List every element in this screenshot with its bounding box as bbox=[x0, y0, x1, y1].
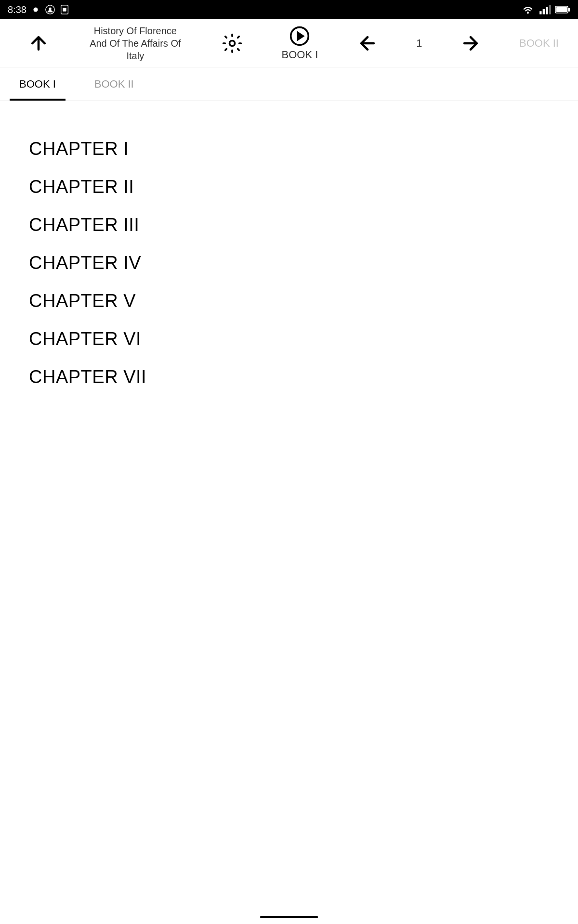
home-indicator bbox=[260, 916, 318, 918]
page-number: 1 bbox=[416, 37, 422, 50]
svg-marker-15 bbox=[298, 32, 303, 39]
status-bar-left: 8:38 bbox=[8, 4, 70, 15]
nav-center: BOOK I bbox=[280, 26, 319, 61]
signal-icon bbox=[539, 4, 551, 15]
svg-rect-4 bbox=[63, 8, 66, 11]
chapter-item-2[interactable]: CHAPTER II bbox=[29, 168, 578, 206]
gear-icon bbox=[222, 33, 243, 54]
chapter-item-4[interactable]: CHAPTER IV bbox=[29, 244, 578, 282]
tab-book-i[interactable]: BOOK I bbox=[0, 67, 75, 101]
book-title: History Of Florence And Of The Affairs O… bbox=[87, 25, 184, 62]
current-book-label: BOOK I bbox=[282, 49, 318, 61]
svg-rect-11 bbox=[568, 8, 570, 12]
back-button[interactable] bbox=[348, 33, 387, 54]
chapter-item-3[interactable]: CHAPTER III bbox=[29, 206, 578, 244]
book-ii-partial: BOOK II bbox=[519, 37, 559, 50]
svg-rect-7 bbox=[543, 9, 545, 14]
svg-rect-9 bbox=[549, 5, 551, 14]
chapter-item-6[interactable]: CHAPTER VI bbox=[29, 320, 578, 358]
tab-bar: BOOK I BOOK II bbox=[0, 67, 578, 101]
chapter-item-1[interactable]: CHAPTER I bbox=[29, 130, 578, 168]
tab-book-ii[interactable]: BOOK II bbox=[75, 67, 153, 101]
battery-icon bbox=[555, 5, 570, 14]
wifi-icon bbox=[521, 4, 535, 15]
svg-rect-6 bbox=[539, 11, 541, 14]
up-button[interactable] bbox=[19, 33, 58, 54]
svg-point-0 bbox=[33, 7, 38, 12]
top-nav: History Of Florence And Of The Affairs O… bbox=[0, 19, 578, 67]
chapter-item-5[interactable]: CHAPTER V bbox=[29, 282, 578, 320]
svg-point-5 bbox=[527, 12, 529, 14]
forward-button[interactable] bbox=[451, 33, 490, 54]
bottom-bar bbox=[0, 910, 578, 924]
chapter-item-7[interactable]: CHAPTER VII bbox=[29, 358, 578, 396]
notification-icon bbox=[30, 4, 41, 15]
status-bar-right bbox=[521, 4, 570, 15]
avatar-icon bbox=[45, 4, 55, 15]
play-button[interactable] bbox=[280, 26, 319, 47]
status-bar: 8:38 bbox=[0, 0, 578, 19]
sim-icon bbox=[59, 4, 70, 15]
svg-rect-12 bbox=[556, 7, 567, 12]
up-arrow-icon bbox=[28, 33, 49, 54]
svg-point-2 bbox=[49, 7, 52, 10]
status-time: 8:38 bbox=[8, 4, 26, 15]
play-circle-icon bbox=[289, 26, 310, 47]
settings-button[interactable] bbox=[213, 33, 251, 54]
back-arrow-icon bbox=[357, 33, 378, 54]
forward-arrow-icon bbox=[460, 33, 481, 54]
svg-point-13 bbox=[229, 40, 235, 46]
svg-rect-8 bbox=[546, 7, 548, 14]
chapter-list: CHAPTER I CHAPTER II CHAPTER III CHAPTER… bbox=[0, 101, 578, 425]
